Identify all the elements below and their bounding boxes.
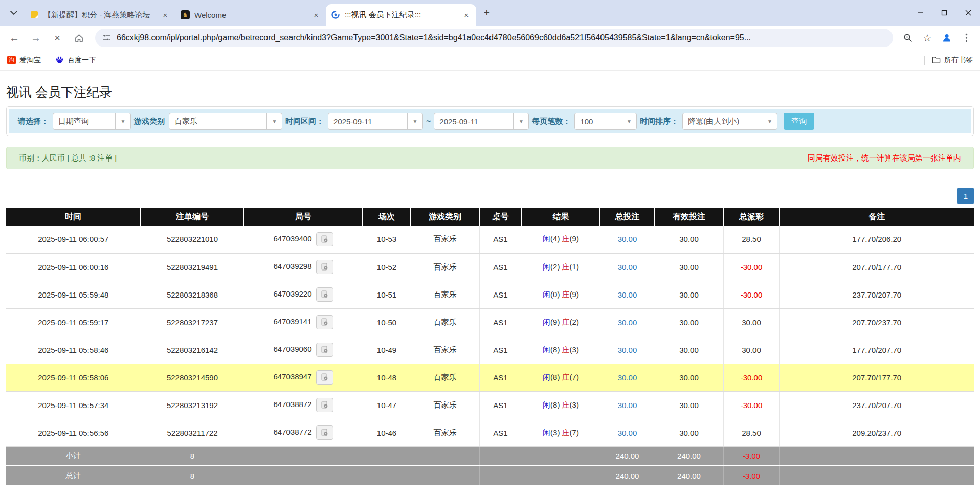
tab-close-icon[interactable]: × bbox=[161, 10, 170, 19]
total-bet-link[interactable]: 30.00 bbox=[618, 429, 637, 437]
tab-bet-record[interactable]: :::视讯 会员下注纪录::: × bbox=[326, 4, 476, 26]
filter-bar: 请选择： 日期查询 ▼ 游戏类别 百家乐 ▼ 时间区间： 2025-09-11 … bbox=[9, 109, 971, 133]
time-cell: 2025-09-11 05:58:46 bbox=[6, 336, 141, 364]
result-cell: 闲(8) 庄(3) bbox=[522, 336, 600, 364]
table-row[interactable]: 2025-09-11 05:58:46522803216142647039060… bbox=[6, 336, 974, 364]
round-number: 647039298 bbox=[273, 262, 311, 271]
total-bet-cell: 30.00 bbox=[600, 391, 655, 419]
round-cell: 647039141 bbox=[244, 308, 363, 336]
bookmarks-bar: 淘 爱淘宝 百度一下 所有书签 bbox=[0, 50, 980, 71]
result-banker-label: 庄 bbox=[562, 234, 570, 243]
all-bookmarks[interactable]: 所有书签 bbox=[924, 56, 973, 65]
browser-menu-kebab-icon[interactable] bbox=[957, 29, 975, 47]
total-bet-link[interactable]: 30.00 bbox=[618, 401, 637, 410]
tab-close-icon[interactable]: × bbox=[462, 10, 471, 19]
session-cell: 10-46 bbox=[363, 419, 411, 446]
minimize-button[interactable] bbox=[908, 0, 932, 26]
result-player-label: 闲 bbox=[543, 262, 550, 271]
table-row[interactable]: 2025-09-11 05:59:48522803218368647039220… bbox=[6, 281, 974, 308]
maximize-button[interactable] bbox=[932, 0, 956, 26]
date-from-select[interactable]: 2025-09-11 ▼ bbox=[328, 112, 423, 130]
query-button[interactable]: 查询 bbox=[784, 112, 814, 130]
zoom-icon[interactable] bbox=[899, 29, 917, 47]
total-bet-link[interactable]: 30.00 bbox=[618, 318, 637, 327]
currency-total-text: 币别：人民币 | 总共 :8 注单 | bbox=[19, 153, 117, 163]
note-cell: 207.70/177.70 bbox=[779, 253, 974, 281]
game-type-select[interactable]: 百家乐 ▼ bbox=[169, 112, 282, 130]
per-page-select[interactable]: 100 ▼ bbox=[574, 112, 637, 130]
window-controls bbox=[908, 0, 980, 26]
total-bet-link[interactable]: 30.00 bbox=[618, 373, 637, 382]
round-number: 647038772 bbox=[273, 428, 311, 436]
video-replay-button[interactable] bbox=[316, 232, 333, 246]
col-bet-id: 注单编号 bbox=[141, 208, 244, 226]
date-to-select[interactable]: 2025-09-11 ▼ bbox=[434, 112, 529, 130]
note-cell: 237.70/207.70 bbox=[779, 391, 974, 419]
total-bet-link[interactable]: 30.00 bbox=[618, 235, 637, 243]
round-cell: 647039060 bbox=[244, 336, 363, 364]
session-cell: 10-50 bbox=[363, 308, 411, 336]
tab-close-icon[interactable]: × bbox=[311, 10, 321, 19]
col-game: 游戏类别 bbox=[411, 208, 479, 226]
video-replay-button[interactable] bbox=[316, 315, 333, 329]
total-bet-link[interactable]: 30.00 bbox=[618, 346, 637, 354]
url-text: 66cxkj98.com/ipl/portal.php/game/betreco… bbox=[117, 33, 751, 42]
col-payout: 总派彩 bbox=[723, 208, 779, 226]
summary-bar: 币别：人民币 | 总共 :8 注单 | 同局有效投注，统一计算在该局第一张注单内 bbox=[6, 147, 974, 169]
bookmark-baidu[interactable]: 百度一下 bbox=[55, 56, 96, 65]
payout-cell: 28.50 bbox=[723, 226, 779, 253]
home-icon[interactable] bbox=[70, 29, 88, 47]
table-body: 2025-09-11 06:00:57522803221010647039400… bbox=[6, 226, 974, 446]
bookmark-taobao[interactable]: 淘 爱淘宝 bbox=[7, 56, 41, 65]
game-cell: 百家乐 bbox=[411, 419, 479, 446]
stop-loading-icon[interactable]: × bbox=[48, 29, 66, 47]
tab-forum[interactable]: 【新提醒】积分 - 海燕策略论坛 × bbox=[25, 4, 175, 26]
close-window-button[interactable] bbox=[956, 0, 980, 26]
total-bet-link[interactable]: 30.00 bbox=[618, 263, 637, 272]
video-replay-button[interactable] bbox=[316, 343, 333, 357]
profile-avatar-icon[interactable] bbox=[938, 29, 955, 47]
bookmark-star-icon[interactable]: ☆ bbox=[919, 29, 936, 47]
total-bet-link[interactable]: 30.00 bbox=[618, 290, 637, 299]
tab-welcome[interactable]: ♞ Welcome × bbox=[175, 4, 326, 26]
table-row[interactable]: 2025-09-11 06:00:16522803219491647039298… bbox=[6, 253, 974, 281]
round-number: 647039400 bbox=[273, 234, 311, 243]
forward-icon[interactable]: → bbox=[27, 29, 45, 47]
video-replay-button[interactable] bbox=[316, 370, 333, 385]
game-cell: 百家乐 bbox=[411, 336, 479, 364]
payout-cell: 30.00 bbox=[723, 336, 779, 364]
video-replay-button[interactable] bbox=[316, 398, 333, 412]
valid-bet-cell: 30.00 bbox=[655, 364, 723, 391]
new-tab-button[interactable]: + bbox=[479, 5, 495, 20]
video-replay-button[interactable] bbox=[316, 287, 333, 302]
game-cell: 百家乐 bbox=[411, 253, 479, 281]
back-icon[interactable]: ← bbox=[5, 29, 24, 47]
result-banker-label: 庄 bbox=[562, 428, 570, 437]
table-row[interactable]: 2025-09-11 05:58:06522803214590647038947… bbox=[6, 364, 974, 391]
bet-id-cell: 522803217237 bbox=[141, 308, 244, 336]
time-cell: 2025-09-11 05:57:34 bbox=[6, 391, 141, 419]
total-bet-cell: 30.00 bbox=[600, 226, 655, 253]
video-replay-button[interactable] bbox=[316, 260, 333, 274]
time-range-label: 时间区间： bbox=[285, 117, 324, 126]
footer-label: 总计 bbox=[6, 466, 141, 485]
bet-id-cell: 522803216142 bbox=[141, 336, 244, 364]
sort-select[interactable]: 降冪(由大到小) ▼ bbox=[682, 112, 777, 130]
bet-id-cell: 522803219491 bbox=[141, 253, 244, 281]
video-replay-button[interactable] bbox=[316, 425, 333, 440]
table-row[interactable]: 2025-09-11 06:00:57522803221010647039400… bbox=[6, 226, 974, 253]
query-type-select[interactable]: 日期查询 ▼ bbox=[53, 112, 131, 130]
bet-id-cell: 522803213192 bbox=[141, 391, 244, 419]
table-row[interactable]: 2025-09-11 05:56:56522803211722647038772… bbox=[6, 419, 974, 446]
bookmark-label: 爱淘宝 bbox=[19, 56, 41, 65]
tab-search-chevron-icon[interactable] bbox=[5, 4, 23, 21]
tab-title: :::视讯 会员下注纪录::: bbox=[345, 10, 459, 20]
valid-bet-cell: 30.00 bbox=[655, 308, 723, 336]
note-cell: 177.70/207.70 bbox=[779, 336, 974, 364]
site-info-tune-icon[interactable] bbox=[102, 34, 110, 42]
round-number: 647039060 bbox=[273, 345, 311, 353]
page-number-button[interactable]: 1 bbox=[957, 188, 974, 204]
address-bar[interactable]: 66cxkj98.com/ipl/portal.php/game/betreco… bbox=[95, 29, 893, 47]
table-row[interactable]: 2025-09-11 05:59:17522803217237647039141… bbox=[6, 308, 974, 336]
table-row[interactable]: 2025-09-11 05:57:34522803213192647038872… bbox=[6, 391, 974, 419]
